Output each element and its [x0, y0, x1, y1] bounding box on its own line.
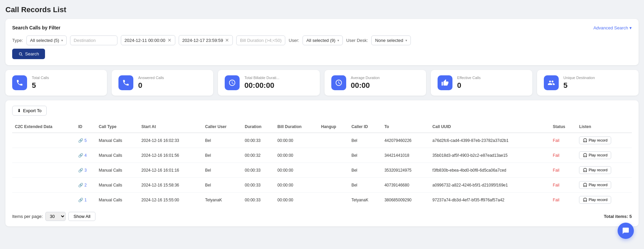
cell-status: Fail	[550, 178, 577, 193]
search-button[interactable]: Search	[12, 49, 45, 59]
unique-destination-label: Unique Destination	[563, 76, 595, 80]
col-hangup: Hangup	[318, 121, 349, 133]
cell-status: Fail	[550, 133, 577, 148]
answered-calls-label: Answered Calls	[138, 76, 164, 80]
cell-id: 🔗 2	[75, 178, 96, 193]
stat-icon-timer-billable	[225, 75, 240, 90]
date-from-input[interactable]: 2024-12-11 00:00:00 ✕	[121, 35, 175, 45]
cell-call-uuid: 97237a74-db3d-4ef7-bf35-ff976af57a42	[430, 193, 550, 207]
cell-caller-user: TetyanaK	[202, 193, 242, 207]
table-row: 🔗 1Manual Calls2024-12-16 15:55:00Tetyan…	[12, 193, 632, 207]
stat-effective-calls: Effective Calls 0	[431, 70, 532, 96]
clear-date-from-icon[interactable]: ✕	[168, 38, 172, 43]
filter-header: Search Calls by Filter Advanced Search ▾	[12, 25, 632, 30]
cell-listen: 🎧 Play record	[576, 163, 632, 178]
link-icon[interactable]: 🔗 4	[78, 153, 93, 158]
status-badge: Fail	[553, 183, 559, 188]
table-row: 🔗 2Manual Calls2024-12-16 15:58:36Bel00:…	[12, 178, 632, 193]
col-status: Status	[550, 121, 577, 133]
cell-c2c	[12, 163, 75, 178]
show-all-button[interactable]: Show All	[68, 212, 95, 221]
status-badge: Fail	[553, 168, 559, 173]
stat-unique-destination: Unique Destination 5	[537, 70, 639, 96]
col-caller-id: Caller ID	[349, 121, 382, 133]
records-table: C2C Extended Data ID Call Type Start At …	[12, 121, 632, 207]
stat-icon-phone-answered	[118, 75, 133, 90]
cell-to: 353209124975	[382, 163, 430, 178]
cell-start-at: 2024-12-16 16:01:56	[139, 148, 202, 163]
stat-icon-thumb	[438, 75, 452, 90]
play-record-button[interactable]: 🎧 Play record	[579, 196, 611, 204]
cell-duration: 00:00:33	[242, 133, 275, 148]
cell-listen: 🎧 Play record	[576, 178, 632, 193]
col-to: To	[382, 121, 430, 133]
cell-start-at: 2024-12-16 15:58:36	[139, 178, 202, 193]
effective-calls-label: Effective Calls	[457, 76, 481, 80]
status-badge: Fail	[553, 153, 559, 158]
status-badge: Fail	[553, 198, 559, 202]
status-badge: Fail	[553, 138, 559, 143]
col-call-type: Call Type	[96, 121, 139, 133]
cell-hangup	[318, 163, 349, 178]
play-record-button[interactable]: 🎧 Play record	[579, 181, 611, 189]
cell-start-at: 2024-12-16 16:02:33	[139, 133, 202, 148]
cell-call-type: Manual Calls	[96, 148, 139, 163]
cell-call-uuid: f3fb830b-ebea-4bd0-b0f8-6d5ca06a7ced	[430, 163, 550, 178]
total-billable-label: Total Billable Durati...	[244, 76, 279, 80]
stat-icon-phone	[12, 75, 27, 90]
type-label: Type:	[12, 38, 23, 43]
play-record-button[interactable]: 🎧 Play record	[579, 151, 611, 159]
bill-duration-input[interactable]: Bill Duration (>4;<50)	[236, 35, 285, 45]
col-bill-duration: Bill Duration	[275, 121, 318, 133]
cell-id: 🔗 4	[75, 148, 96, 163]
chevron-down-icon: ▾	[405, 39, 407, 42]
cell-c2c	[12, 148, 75, 163]
cell-duration: 00:00:33	[242, 178, 275, 193]
cell-duration: 00:00:33	[242, 193, 275, 207]
chevron-down-icon: ▾	[629, 25, 632, 30]
user-label: User:	[289, 38, 299, 43]
link-icon[interactable]: 🔗 5	[78, 138, 93, 143]
cell-status: Fail	[550, 163, 577, 178]
user-desk-label: User Desk:	[346, 38, 368, 43]
link-icon[interactable]: 🔗 1	[78, 198, 93, 202]
play-record-button[interactable]: 🎧 Play record	[579, 166, 611, 174]
cell-listen: 🎧 Play record	[576, 148, 632, 163]
type-dropdown[interactable]: All selected (5) ▾	[26, 35, 67, 45]
export-button[interactable]: ⬇ Export To	[12, 106, 47, 116]
cell-c2c	[12, 133, 75, 148]
cell-duration: 00:00:32	[242, 148, 275, 163]
cell-duration: 00:00:33	[242, 163, 275, 178]
cell-bill-duration: 00:00:00	[275, 163, 318, 178]
cell-caller-id: Bel	[349, 133, 382, 148]
table-row: 🔗 3Manual Calls2024-12-16 16:01:16Bel00:…	[12, 163, 632, 178]
user-dropdown[interactable]: All selected (9) ▾	[303, 35, 343, 45]
stat-average-duration: Average Duration 00:00	[325, 70, 426, 96]
date-to-input[interactable]: 2024-12-17 23:59:59 ✕	[179, 35, 233, 45]
stat-total-calls: Total Calls 5	[5, 70, 107, 96]
effective-calls-value: 0	[457, 81, 481, 90]
clear-date-to-icon[interactable]: ✕	[225, 38, 229, 43]
total-calls-value: 5	[32, 81, 49, 90]
page-title: Call Records List	[5, 5, 639, 14]
play-record-button[interactable]: 🎧 Play record	[579, 136, 611, 144]
average-duration-value: 00:00	[351, 81, 380, 90]
link-icon[interactable]: 🔗 2	[78, 183, 93, 188]
cell-bill-duration: 00:00:00	[275, 133, 318, 148]
link-icon[interactable]: 🔗 3	[78, 168, 93, 173]
user-desk-dropdown[interactable]: None selected ▾	[371, 35, 410, 45]
col-call-uuid: Call UUID	[430, 121, 550, 133]
cell-call-uuid: 35b018d3-af5f-4903-b2c2-e87ead13ae15	[430, 148, 550, 163]
cell-caller-id: Bel	[349, 178, 382, 193]
cell-listen: 🎧 Play record	[576, 193, 632, 207]
advanced-search-button[interactable]: Advanced Search ▾	[593, 25, 632, 30]
cell-to: 380685009290	[382, 193, 430, 207]
cell-caller-user: Bel	[202, 163, 242, 178]
cell-c2c	[12, 178, 75, 193]
table-row: 🔗 4Manual Calls2024-12-16 16:01:56Bel00:…	[12, 148, 632, 163]
items-per-page-select[interactable]: 30 50 100	[45, 212, 66, 221]
cell-to: 34421441018	[382, 148, 430, 163]
table-body: 🔗 5Manual Calls2024-12-16 16:02:33Bel00:…	[12, 133, 632, 207]
col-id: ID	[75, 121, 96, 133]
destination-input[interactable]: Destination	[70, 35, 117, 45]
